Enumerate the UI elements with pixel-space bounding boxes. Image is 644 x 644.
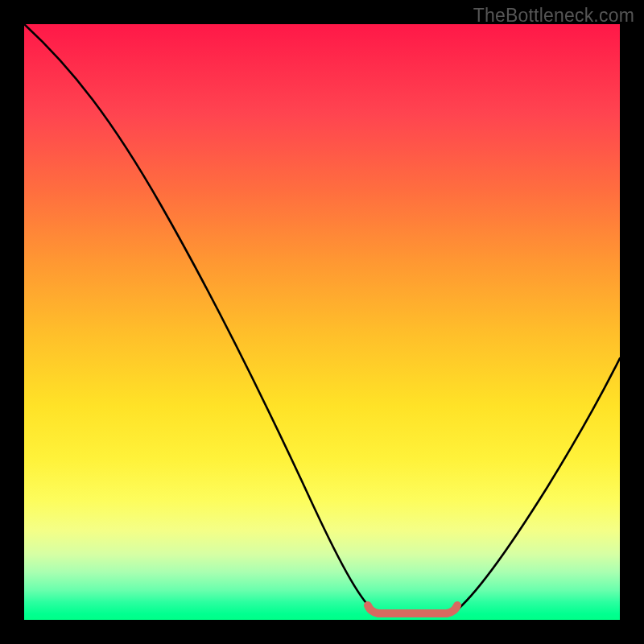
chart-frame: TheBottleneck.com [0, 0, 644, 644]
plot-area [24, 24, 620, 620]
watermark-text: TheBottleneck.com [473, 5, 634, 27]
curve-layer [24, 24, 620, 620]
flat-segment-marker [368, 605, 457, 613]
bottleneck-curve [24, 24, 620, 615]
